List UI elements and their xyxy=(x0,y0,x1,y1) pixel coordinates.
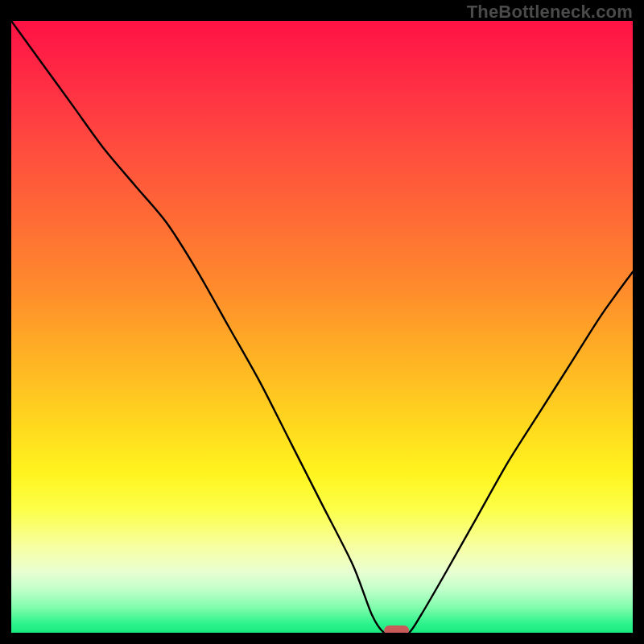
marker-rect xyxy=(384,625,409,633)
chart-frame: TheBottleneck.com xyxy=(0,0,644,644)
optimal-marker xyxy=(11,21,633,633)
plot-area xyxy=(11,21,633,633)
watermark-label: TheBottleneck.com xyxy=(467,2,633,23)
